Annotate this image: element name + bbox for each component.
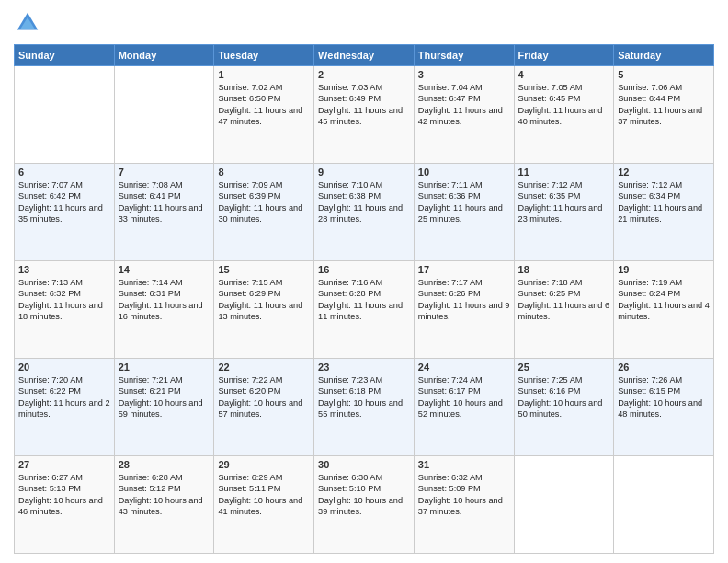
cell-details: Sunrise: 7:05 AM Sunset: 6:45 PM Dayligh…	[518, 82, 610, 128]
calendar-cell	[614, 456, 714, 554]
cell-details: Sunrise: 7:07 AM Sunset: 6:42 PM Dayligh…	[18, 179, 110, 225]
day-number: 29	[218, 459, 310, 470]
calendar-cell: 17Sunrise: 7:17 AM Sunset: 6:26 PM Dayli…	[414, 261, 514, 359]
cell-details: Sunrise: 7:14 AM Sunset: 6:31 PM Dayligh…	[119, 277, 210, 323]
calendar-cell: 9Sunrise: 7:10 AM Sunset: 6:38 PM Daylig…	[314, 164, 415, 261]
day-number: 2	[318, 69, 410, 80]
calendar-cell: 20Sunrise: 7:20 AM Sunset: 6:22 PM Dayli…	[15, 359, 115, 456]
cell-details: Sunrise: 7:24 AM Sunset: 6:17 PM Dayligh…	[418, 374, 510, 420]
calendar-cell: 10Sunrise: 7:11 AM Sunset: 6:36 PM Dayli…	[414, 164, 514, 261]
day-number: 12	[618, 167, 710, 178]
day-number: 5	[618, 69, 710, 80]
calendar-cell: 4Sunrise: 7:05 AM Sunset: 6:45 PM Daylig…	[514, 66, 614, 164]
cell-details: Sunrise: 7:02 AM Sunset: 6:50 PM Dayligh…	[218, 82, 310, 128]
cell-details: Sunrise: 6:30 AM Sunset: 5:10 PM Dayligh…	[318, 472, 410, 518]
day-number: 19	[618, 264, 710, 275]
cell-details: Sunrise: 6:28 AM Sunset: 5:12 PM Dayligh…	[119, 472, 210, 518]
day-number: 21	[119, 362, 210, 373]
cell-details: Sunrise: 7:12 AM Sunset: 6:35 PM Dayligh…	[518, 179, 610, 225]
calendar-cell: 19Sunrise: 7:19 AM Sunset: 6:24 PM Dayli…	[614, 261, 714, 359]
calendar-cell: 8Sunrise: 7:09 AM Sunset: 6:39 PM Daylig…	[214, 164, 314, 261]
day-number: 28	[119, 459, 210, 470]
calendar-cell: 13Sunrise: 7:13 AM Sunset: 6:32 PM Dayli…	[15, 261, 115, 359]
day-number: 24	[418, 362, 510, 373]
calendar-cell: 6Sunrise: 7:07 AM Sunset: 6:42 PM Daylig…	[15, 164, 115, 261]
cell-details: Sunrise: 6:32 AM Sunset: 5:09 PM Dayligh…	[418, 472, 510, 518]
calendar-cell: 15Sunrise: 7:15 AM Sunset: 6:29 PM Dayli…	[214, 261, 314, 359]
calendar-cell: 12Sunrise: 7:12 AM Sunset: 6:34 PM Dayli…	[614, 164, 714, 261]
calendar-cell	[114, 66, 214, 164]
cell-details: Sunrise: 7:04 AM Sunset: 6:47 PM Dayligh…	[418, 82, 510, 128]
cell-details: Sunrise: 7:03 AM Sunset: 6:49 PM Dayligh…	[318, 82, 410, 128]
day-number: 9	[318, 167, 410, 178]
weekday-header-wednesday: Wednesday	[314, 45, 415, 66]
cell-details: Sunrise: 7:09 AM Sunset: 6:39 PM Dayligh…	[218, 179, 310, 225]
cell-details: Sunrise: 7:15 AM Sunset: 6:29 PM Dayligh…	[218, 277, 310, 323]
day-number: 30	[318, 459, 410, 470]
calendar-cell	[514, 456, 614, 554]
day-number: 1	[218, 69, 310, 80]
cell-details: Sunrise: 7:10 AM Sunset: 6:38 PM Dayligh…	[318, 179, 410, 225]
cell-details: Sunrise: 7:08 AM Sunset: 6:41 PM Dayligh…	[119, 179, 210, 225]
weekday-header-thursday: Thursday	[414, 45, 514, 66]
cell-details: Sunrise: 7:17 AM Sunset: 6:26 PM Dayligh…	[418, 277, 510, 323]
calendar-cell: 1Sunrise: 7:02 AM Sunset: 6:50 PM Daylig…	[214, 66, 314, 164]
logo-icon	[14, 9, 41, 37]
weekday-header-monday: Monday	[114, 45, 214, 66]
page: SundayMondayTuesdayWednesdayThursdayFrid…	[0, 0, 728, 563]
weekday-header-row: SundayMondayTuesdayWednesdayThursdayFrid…	[15, 45, 714, 66]
calendar-cell: 21Sunrise: 7:21 AM Sunset: 6:21 PM Dayli…	[114, 359, 214, 456]
calendar-cell: 16Sunrise: 7:16 AM Sunset: 6:28 PM Dayli…	[314, 261, 415, 359]
day-number: 8	[218, 167, 310, 178]
calendar-cell: 23Sunrise: 7:23 AM Sunset: 6:18 PM Dayli…	[314, 359, 415, 456]
cell-details: Sunrise: 7:12 AM Sunset: 6:34 PM Dayligh…	[618, 179, 710, 225]
cell-details: Sunrise: 7:22 AM Sunset: 6:20 PM Dayligh…	[218, 374, 310, 420]
calendar-cell: 14Sunrise: 7:14 AM Sunset: 6:31 PM Dayli…	[114, 261, 214, 359]
calendar-cell: 28Sunrise: 6:28 AM Sunset: 5:12 PM Dayli…	[114, 456, 214, 554]
day-number: 16	[318, 264, 410, 275]
cell-details: Sunrise: 7:11 AM Sunset: 6:36 PM Dayligh…	[418, 179, 510, 225]
calendar-cell: 5Sunrise: 7:06 AM Sunset: 6:44 PM Daylig…	[614, 66, 714, 164]
calendar-table: SundayMondayTuesdayWednesdayThursdayFrid…	[14, 44, 714, 554]
cell-details: Sunrise: 6:27 AM Sunset: 5:13 PM Dayligh…	[18, 472, 110, 518]
logo	[14, 9, 45, 37]
weekday-header-friday: Friday	[514, 45, 614, 66]
calendar-cell: 29Sunrise: 6:29 AM Sunset: 5:11 PM Dayli…	[214, 456, 314, 554]
calendar-cell: 25Sunrise: 7:25 AM Sunset: 6:16 PM Dayli…	[514, 359, 614, 456]
day-number: 13	[18, 264, 110, 275]
day-number: 22	[218, 362, 310, 373]
cell-details: Sunrise: 7:20 AM Sunset: 6:22 PM Dayligh…	[18, 374, 110, 420]
day-number: 4	[518, 69, 610, 80]
day-number: 17	[418, 264, 510, 275]
calendar-cell: 2Sunrise: 7:03 AM Sunset: 6:49 PM Daylig…	[314, 66, 415, 164]
calendar-cell: 31Sunrise: 6:32 AM Sunset: 5:09 PM Dayli…	[414, 456, 514, 554]
day-number: 15	[218, 264, 310, 275]
weekday-header-saturday: Saturday	[614, 45, 714, 66]
calendar-cell: 11Sunrise: 7:12 AM Sunset: 6:35 PM Dayli…	[514, 164, 614, 261]
day-number: 18	[518, 264, 610, 275]
cell-details: Sunrise: 7:13 AM Sunset: 6:32 PM Dayligh…	[18, 277, 110, 323]
day-number: 14	[119, 264, 210, 275]
cell-details: Sunrise: 7:21 AM Sunset: 6:21 PM Dayligh…	[119, 374, 210, 420]
day-number: 20	[18, 362, 110, 373]
day-number: 26	[618, 362, 710, 373]
calendar-cell: 3Sunrise: 7:04 AM Sunset: 6:47 PM Daylig…	[414, 66, 514, 164]
cell-details: Sunrise: 7:23 AM Sunset: 6:18 PM Dayligh…	[318, 374, 410, 420]
day-number: 3	[418, 69, 510, 80]
calendar-cell	[15, 66, 115, 164]
week-row-1: 1Sunrise: 7:02 AM Sunset: 6:50 PM Daylig…	[15, 66, 714, 164]
day-number: 23	[318, 362, 410, 373]
day-number: 7	[119, 167, 210, 178]
calendar-cell: 27Sunrise: 6:27 AM Sunset: 5:13 PM Dayli…	[15, 456, 115, 554]
cell-details: Sunrise: 7:25 AM Sunset: 6:16 PM Dayligh…	[518, 374, 610, 420]
day-number: 27	[18, 459, 110, 470]
cell-details: Sunrise: 6:29 AM Sunset: 5:11 PM Dayligh…	[218, 472, 310, 518]
cell-details: Sunrise: 7:26 AM Sunset: 6:15 PM Dayligh…	[618, 374, 710, 420]
calendar-cell: 24Sunrise: 7:24 AM Sunset: 6:17 PM Dayli…	[414, 359, 514, 456]
calendar-cell: 7Sunrise: 7:08 AM Sunset: 6:41 PM Daylig…	[114, 164, 214, 261]
day-number: 6	[18, 167, 110, 178]
day-number: 25	[518, 362, 610, 373]
calendar-cell: 30Sunrise: 6:30 AM Sunset: 5:10 PM Dayli…	[314, 456, 415, 554]
cell-details: Sunrise: 7:06 AM Sunset: 6:44 PM Dayligh…	[618, 82, 710, 128]
week-row-5: 27Sunrise: 6:27 AM Sunset: 5:13 PM Dayli…	[15, 456, 714, 554]
